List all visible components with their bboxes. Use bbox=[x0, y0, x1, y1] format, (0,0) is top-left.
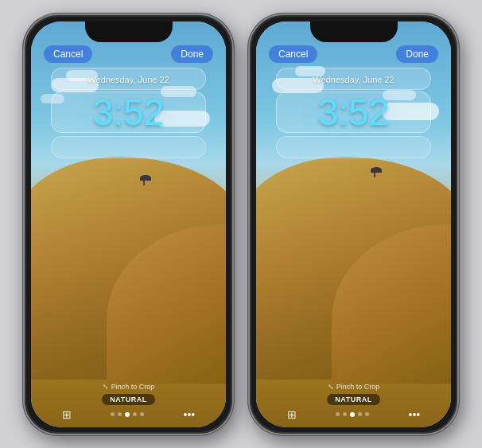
time-widget-1[interactable]: 3:52 bbox=[51, 92, 205, 133]
bottom-toolbar-2: ⊞ ••• bbox=[256, 408, 451, 421]
phone-frame-1: Cancel Done Wednesday, June 22 3:52 ⤡ Pi… bbox=[23, 14, 234, 435]
more-icon-1[interactable]: ••• bbox=[184, 408, 196, 421]
filter-badge-2[interactable]: NATURAL bbox=[327, 394, 379, 405]
bottom-toolbar-1: ⊞ ••• bbox=[31, 408, 226, 421]
date-text-1: Wednesday, June 22 bbox=[87, 75, 169, 84]
bottom-overlay-2: ⤡ Pinch to Crop NATURAL ⊞ ••• bbox=[256, 383, 451, 421]
photo-icon-1[interactable]: ⊞ bbox=[62, 408, 72, 421]
date-widget-2[interactable]: Wednesday, June 22 bbox=[276, 68, 430, 90]
silent-switch bbox=[23, 79, 25, 101]
time-text-1: 3:52 bbox=[93, 92, 165, 133]
volume-down-button bbox=[23, 152, 25, 185]
dot-2 bbox=[118, 412, 122, 416]
dot-5 bbox=[140, 412, 144, 416]
power-button-2 bbox=[457, 95, 459, 134]
dot-3-active bbox=[125, 412, 130, 417]
empty-widget-1[interactable] bbox=[51, 136, 205, 158]
dot-8-active bbox=[350, 412, 355, 417]
screen-1: Cancel Done Wednesday, June 22 3:52 ⤡ Pi… bbox=[31, 21, 226, 427]
dot-1 bbox=[111, 412, 115, 416]
cancel-button-2[interactable]: Cancel bbox=[269, 45, 317, 63]
volume-down-button-2 bbox=[248, 152, 250, 185]
volume-up-button bbox=[23, 111, 25, 144]
pinch-icon-2: ⤡ bbox=[328, 383, 334, 391]
dot-10 bbox=[365, 412, 369, 416]
volume-up-button-2 bbox=[248, 111, 250, 144]
notch-2 bbox=[310, 21, 398, 42]
paraglider-2-icon bbox=[369, 167, 383, 181]
done-button-1[interactable]: Done bbox=[171, 45, 213, 63]
pinch-hint-1: ⤡ Pinch to Crop bbox=[103, 383, 155, 391]
page-dots-1 bbox=[111, 412, 144, 417]
paraglider-icon bbox=[138, 175, 153, 189]
dot-7 bbox=[343, 412, 347, 416]
cancel-button-1[interactable]: Cancel bbox=[44, 45, 92, 63]
power-button bbox=[232, 95, 234, 134]
screen-2: Cancel Done Wednesday, June 22 3:52 ⤡ Pi… bbox=[256, 21, 451, 427]
top-buttons-1: Cancel Done bbox=[41, 45, 216, 63]
more-icon-2[interactable]: ••• bbox=[409, 408, 421, 421]
photo-icon-2[interactable]: ⊞ bbox=[287, 408, 297, 421]
phone-1: Cancel Done Wednesday, June 22 3:52 ⤡ Pi… bbox=[23, 14, 234, 435]
pinch-icon: ⤡ bbox=[103, 383, 109, 391]
date-widget-1[interactable]: Wednesday, June 22 bbox=[51, 68, 205, 90]
filter-badge-1[interactable]: NATURAL bbox=[102, 394, 154, 405]
phone-frame-2: Cancel Done Wednesday, June 22 3:52 ⤡ Pi… bbox=[248, 14, 459, 435]
notch-1 bbox=[85, 21, 173, 42]
phone-2: Cancel Done Wednesday, June 22 3:52 ⤡ Pi… bbox=[248, 14, 459, 435]
top-buttons-2: Cancel Done bbox=[266, 45, 441, 63]
time-text-2: 3:52 bbox=[318, 92, 390, 133]
bottom-overlay-1: ⤡ Pinch to Crop NATURAL ⊞ ••• bbox=[31, 383, 226, 421]
time-widget-2[interactable]: 3:52 bbox=[276, 92, 430, 133]
page-dots-2 bbox=[336, 412, 369, 417]
empty-widget-2[interactable] bbox=[276, 136, 430, 158]
dot-9 bbox=[358, 412, 362, 416]
dot-6 bbox=[336, 412, 340, 416]
top-overlay-1: Cancel Done Wednesday, June 22 3:52 bbox=[31, 45, 226, 158]
pinch-hint-2: ⤡ Pinch to Crop bbox=[328, 383, 380, 391]
dot-4 bbox=[133, 412, 137, 416]
silent-switch-2 bbox=[248, 79, 250, 101]
date-text-2: Wednesday, June 22 bbox=[313, 75, 394, 84]
done-button-2[interactable]: Done bbox=[396, 45, 438, 63]
top-overlay-2: Cancel Done Wednesday, June 22 3:52 bbox=[256, 45, 451, 158]
